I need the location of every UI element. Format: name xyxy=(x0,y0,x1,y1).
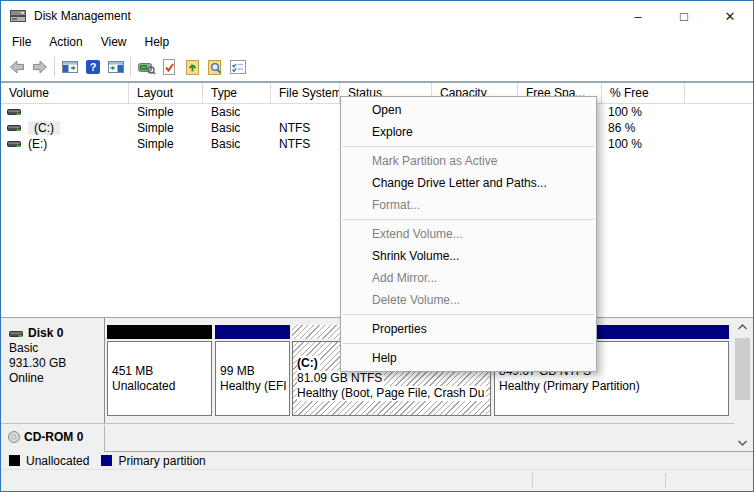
partition-unallocated[interactable]: 451 MB Unallocated xyxy=(107,325,212,418)
legend-swatch-unallocated xyxy=(9,455,20,466)
pct-free-cell: 100 % xyxy=(602,137,685,151)
disk0-title: Disk 0 xyxy=(9,326,104,341)
menu-item-shrink-volume[interactable]: Shrink Volume... xyxy=(341,245,596,267)
cdrom-icon xyxy=(7,430,21,444)
console-tree-icon[interactable] xyxy=(58,56,81,78)
type-cell: Basic xyxy=(203,105,271,119)
disk-icon xyxy=(9,329,24,339)
type-cell: Basic xyxy=(203,137,271,151)
svg-text:?: ? xyxy=(89,61,96,73)
column-header-file-system[interactable]: File System xyxy=(271,83,340,103)
menu-item-extend-volume: Extend Volume... xyxy=(341,223,596,245)
toolbar: ? xyxy=(1,53,753,83)
volume-drive-icon xyxy=(7,123,22,133)
partition-status: Healthy (EFI xyxy=(220,379,289,394)
disk0-status: Online xyxy=(9,371,104,386)
legend-swatch-primary xyxy=(101,455,112,466)
minimize-button[interactable]: – xyxy=(615,2,661,31)
partition-size: 81.09 GB NTFS xyxy=(297,371,384,386)
vertical-scrollbar[interactable] xyxy=(734,319,751,450)
menu-item-properties[interactable]: Properties xyxy=(341,318,596,340)
menu-item-add-mirror: Add Mirror... xyxy=(341,267,596,289)
legend-label-unallocated: Unallocated xyxy=(26,454,89,468)
menu-item-delete-volume: Delete Volume... xyxy=(341,289,596,311)
menu-separator xyxy=(343,343,594,344)
title-bar: Disk Management – □ ✕ xyxy=(1,1,753,31)
column-header-pct-free[interactable]: % Free xyxy=(602,83,685,103)
maximize-button[interactable]: □ xyxy=(661,2,707,31)
back-icon[interactable] xyxy=(5,56,28,78)
volume-context-menu: Open Explore Mark Partition as Active Ch… xyxy=(340,96,597,372)
partition-efi[interactable]: 99 MB Healthy (EFI xyxy=(215,325,290,418)
pct-free-cell: 86 % xyxy=(602,121,685,135)
partition-color-bar xyxy=(107,325,212,339)
menu-separator xyxy=(343,146,594,147)
toolbar-separator xyxy=(130,57,131,77)
volume-name: (C:) xyxy=(28,121,60,135)
disk0-capacity: 931.30 GB xyxy=(9,356,104,371)
rescan-disks-icon[interactable] xyxy=(134,56,157,78)
partition-status: Unallocated xyxy=(112,379,211,394)
menu-action[interactable]: Action xyxy=(40,33,91,51)
legend-bar: Unallocated Primary partition xyxy=(1,451,753,469)
partition-info: 451 MB Unallocated xyxy=(107,341,212,416)
toolbar-separator xyxy=(54,57,55,77)
partition-color-bar xyxy=(215,325,290,339)
disk-management-window: Disk Management – □ ✕ File Action View H… xyxy=(0,0,754,492)
partition-status: Healthy (Primary Partition) xyxy=(499,379,728,394)
scroll-up-icon[interactable] xyxy=(734,319,751,334)
column-header-type[interactable]: Type xyxy=(203,83,271,103)
menu-bar: File Action View Help xyxy=(1,31,753,53)
file-system-cell: NTFS xyxy=(271,137,340,151)
volume-cell xyxy=(1,107,129,117)
scroll-down-icon[interactable] xyxy=(734,435,751,450)
status-bar-divider xyxy=(532,473,533,488)
column-header-volume[interactable]: Volume xyxy=(1,83,129,103)
layout-cell: Simple xyxy=(129,137,203,151)
folder-search-icon[interactable] xyxy=(203,56,226,78)
volume-cell: (C:) xyxy=(1,121,129,135)
menu-help[interactable]: Help xyxy=(136,33,179,51)
action-pane-icon[interactable] xyxy=(104,56,127,78)
menu-view[interactable]: View xyxy=(92,33,136,51)
file-system-cell: NTFS xyxy=(271,121,340,135)
menu-item-explore[interactable]: Explore xyxy=(341,121,596,143)
disk0-label-panel[interactable]: Disk 0 Basic 931.30 GB Online xyxy=(1,318,105,423)
task-list-icon[interactable] xyxy=(226,56,249,78)
menu-item-mark-partition-active: Mark Partition as Active xyxy=(341,150,596,172)
status-bar xyxy=(1,469,753,491)
window-title: Disk Management xyxy=(34,9,131,23)
menu-item-open[interactable]: Open xyxy=(341,99,596,121)
partition-info: 99 MB Healthy (EFI xyxy=(215,341,290,416)
menu-separator xyxy=(343,314,594,315)
check-document-icon[interactable] xyxy=(157,56,180,78)
menu-separator xyxy=(343,219,594,220)
layout-cell: Simple xyxy=(129,121,203,135)
help-icon[interactable]: ? xyxy=(81,56,104,78)
volume-cell: (E:) xyxy=(1,137,129,151)
layout-cell: Simple xyxy=(129,105,203,119)
cdrom-name: CD-ROM 0 xyxy=(24,430,83,444)
menu-item-change-drive-letter[interactable]: Change Drive Letter and Paths... xyxy=(341,172,596,194)
partition-size: 451 MB xyxy=(112,364,211,379)
partition-status: Healthy (Boot, Page File, Crash Du xyxy=(297,386,486,401)
legend-label-primary: Primary partition xyxy=(118,454,205,468)
disk0-name: Disk 0 xyxy=(28,326,63,341)
menu-item-help[interactable]: Help xyxy=(341,347,596,369)
menu-file[interactable]: File xyxy=(3,33,40,51)
scrollbar-thumb[interactable] xyxy=(735,338,750,400)
pct-free-cell: 100 % xyxy=(602,105,685,119)
folder-up-icon[interactable] xyxy=(180,56,203,78)
cdrom-label-panel[interactable]: CD-ROM 0 xyxy=(1,425,105,452)
type-cell: Basic xyxy=(203,121,271,135)
partition-label: (C:) xyxy=(297,356,320,371)
cdrom-row: CD-ROM 0 xyxy=(1,425,734,452)
status-bar-divider xyxy=(665,473,666,488)
menu-item-format: Format... xyxy=(341,194,596,216)
column-header-layout[interactable]: Layout xyxy=(129,83,203,103)
volume-name: (E:) xyxy=(28,137,47,151)
disk0-kind: Basic xyxy=(9,341,104,356)
forward-icon[interactable] xyxy=(28,56,51,78)
partition-size: 99 MB xyxy=(220,364,289,379)
close-button[interactable]: ✕ xyxy=(707,2,753,31)
